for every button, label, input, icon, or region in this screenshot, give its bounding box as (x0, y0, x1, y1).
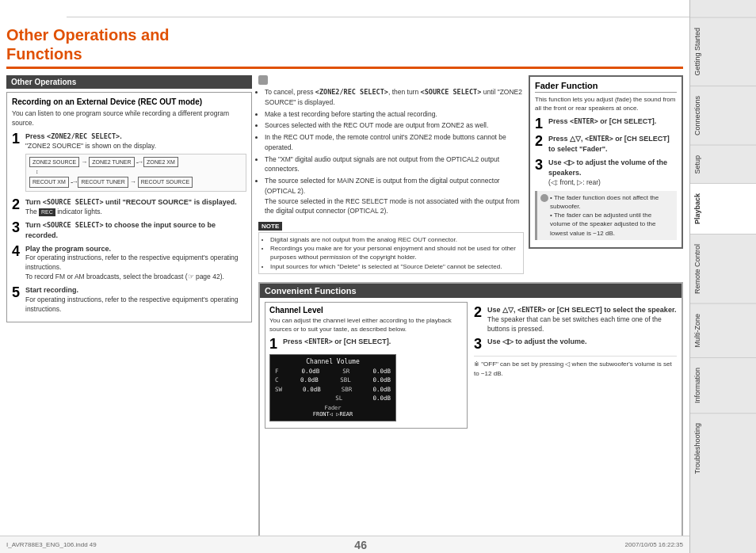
channel-step-2: 2 Use △▽, <ENTER> or [CH SELECT] to sele… (474, 305, 677, 334)
fader-step-2-title: Press △▽, <ENTER> or [CH SELECT] to sele… (548, 135, 670, 153)
fader-function-area: Fader Function This function lets you ad… (529, 75, 683, 277)
rec-out-mode-desc: You can listen to one program source whi… (12, 109, 246, 128)
fader-tip-2: • The fader can be adjusted until the vo… (550, 211, 674, 238)
step-4-title: Play the program source. (25, 245, 111, 253)
conv-content: Channel Level You can adjust the channel… (265, 302, 677, 432)
right-top-area: To cancel, press <ZONE2/REC SELECT>, the… (258, 75, 683, 277)
fader-step-3-body: (◁: front, ▷: rear) (548, 178, 601, 186)
step-5-body: For operating instructions, refer to the… (25, 296, 239, 313)
convenient-functions-section: Convenient Functions Channel Level You c… (258, 282, 683, 536)
other-operations-header: Other Operations (6, 75, 252, 89)
cv-row1-right-label: SR (342, 367, 349, 376)
bullets-area: To cancel, press <ZONE2/REC SELECT>, the… (258, 75, 524, 277)
cv-row2-right-label: SBL (340, 376, 351, 384)
right-sidebar: Getting Started Connections Setup Playba… (689, 0, 756, 553)
fader-step-1-title: Press <ENTER> or [CH SELECT]. (548, 117, 656, 125)
bottom-right-text: 2007/10/05 16:22:35 (625, 541, 683, 548)
channel-note: ※ "OFF" can be set by pressing ◁ when th… (474, 356, 677, 377)
cv-row2-right-value: 0.0dB (372, 376, 391, 384)
channel-step-2-title: Use △▽, <ENTER> or [CH SELECT] to select… (487, 306, 676, 314)
cv-row2-left-value: 0.0dB (300, 376, 319, 384)
step-2-body: The REC indicator lights. (25, 208, 102, 215)
channel-level-area: Channel Level You can adjust the channel… (265, 302, 468, 432)
sidebar-tab-information[interactable]: Information (690, 357, 756, 413)
note-content: Digital signals are not output from the … (258, 232, 524, 274)
note-label: NOTE (258, 222, 282, 231)
cv-row3-left-value: 0.0dB (303, 385, 321, 394)
bullet-3: Sources selected with the REC OUT mode a… (265, 120, 524, 131)
cv-row4-right-label: SL (335, 394, 342, 402)
cv-fader-value: FRONT◁ ▷REAR (275, 411, 391, 418)
step-5-title: Start recording. (25, 286, 78, 294)
step-4-body: For operating instructions, refer to the… (25, 254, 239, 280)
note-item-1: Digital signals are not output from the … (270, 235, 520, 244)
cv-row1-right-value: 0.0dB (372, 367, 391, 376)
channel-volume-display: Channel Volume F 0.0dB SR 0.0dB C 0.0dB (269, 354, 396, 421)
fader-function-desc: This function lets you adjust (fade) the… (535, 95, 677, 113)
step-1-body: "ZONE2 SOURCE" is shown on the display. (25, 142, 156, 150)
rec-out-mode-box: Recording on an External Device (REC OUT… (6, 92, 252, 322)
main-content: Other Operations and Functions Other Ope… (0, 17, 689, 536)
channel-level-desc: You can adjust the channel level either … (269, 316, 463, 334)
step-5: 5 Start recording. For operating instruc… (12, 285, 246, 315)
bottom-bar: I_AVR788E3_ENG_106.indd 49 46 2007/10/05… (0, 536, 689, 553)
tip-icon (540, 194, 548, 202)
sidebar-tab-setup[interactable]: Setup (690, 145, 756, 184)
channel-step-3: 3 Use ◁▷ to adjust the volume. (474, 337, 677, 351)
bullet-6: The source selected for MAIN ZONE is out… (265, 176, 524, 216)
cv-row3-right-label: SBR (342, 385, 353, 394)
sidebar-tab-connections[interactable]: Connections (690, 86, 756, 145)
sidebar-tab-multi-zone[interactable]: Multi-Zone (690, 303, 756, 357)
fader-tip-1: • The fader function does not affect the… (550, 193, 674, 211)
note-item-3: Input sources for which "Delete" is sele… (270, 262, 520, 271)
step-3: 3 Turn <SOURCE SELECT> to choose the inp… (12, 220, 246, 241)
cv-title: Channel Volume (275, 358, 391, 365)
step-1: 1 Press <ZONE2/REC SELECT>. "ZONE2 SOURC… (12, 132, 246, 194)
fader-function-box: Fader Function This function lets you ad… (529, 75, 683, 249)
fader-tip-box: • The fader function does not affect the… (535, 191, 677, 240)
convenient-functions-title: Convenient Functions (260, 284, 682, 298)
page-number: 46 (354, 539, 367, 551)
bullet-5: The "XM" digital audio output signals ar… (265, 154, 524, 175)
cv-row3-left-label: SW (275, 385, 282, 394)
step-3-title: Turn <SOURCE SELECT> to choose the input… (25, 221, 216, 239)
step-2: 2 Turn <SOURCE SELECT> until "RECOUT SOU… (12, 197, 246, 217)
sidebar-tab-troubleshooting[interactable]: Troubleshooting (690, 413, 756, 483)
fader-function-title: Fader Function (535, 81, 677, 93)
cv-row3-right-value: 0.0dB (372, 385, 391, 394)
channel-level-box: Channel Level You can adjust the channel… (265, 302, 468, 429)
cv-row2-left-label: C (275, 376, 279, 384)
channel-steps-right: 2 Use △▽, <ENTER> or [CH SELECT] to sele… (474, 302, 677, 432)
cv-row4-right-value: 0.0dB (372, 394, 391, 402)
step-1-title: Press <ZONE2/REC SELECT>. (25, 132, 122, 140)
bullet-1: To cancel, press <ZONE2/REC SELECT>, the… (265, 87, 524, 108)
fader-step-1: 1 Press <ENTER> or [CH SELECT]. (535, 116, 677, 131)
fader-step-2: 2 Press △▽, <ENTER> or [CH SELECT] to se… (535, 134, 677, 154)
step-4: 4 Play the program source. For operating… (12, 244, 246, 283)
channel-level-title: Channel Level (269, 306, 463, 315)
bullet-4: In the REC OUT mode, the remote control … (265, 132, 524, 153)
note-item-2: Recordings you make are for your persona… (270, 244, 520, 261)
left-column: Other Operations Recording on an Externa… (6, 75, 252, 536)
channel-step-2-body: The speaker that can be set switches eac… (487, 315, 662, 333)
sidebar-tab-getting-started[interactable]: Getting Started (690, 17, 756, 86)
page-title: Other Operations and Functions (6, 25, 683, 69)
sidebar-tab-remote-control[interactable]: Remote Control (690, 234, 756, 303)
tip-indicator-icon (258, 75, 268, 85)
right-column: To cancel, press <ZONE2/REC SELECT>, the… (258, 75, 683, 536)
cv-row1-left-value: 0.0dB (302, 367, 320, 376)
bullet-2: Make a test recording before starting th… (265, 109, 524, 120)
channel-step-1: 1 Press <ENTER> or [CH SELECT]. (269, 337, 463, 351)
signal-flow-diagram: ZONE2 SOURCE → ZONE2 TUNER - -→ ZONE2 XM… (25, 154, 246, 192)
fader-step-3-title: Use ◁▷ to adjust the volume of the speak… (548, 158, 667, 177)
bottom-left-text: I_AVR788E3_ENG_106.indd 49 (6, 541, 97, 548)
rec-out-mode-title: Recording on an External Device (REC OUT… (12, 97, 246, 107)
sidebar-tab-playback[interactable]: Playback (690, 183, 756, 234)
bullet-list: To cancel, press <ZONE2/REC SELECT>, the… (258, 87, 524, 216)
channel-step-3-title: Use ◁▷ to adjust the volume. (487, 338, 587, 345)
cv-row1-left-label: F (275, 367, 279, 376)
cv-fader-label: Fader (275, 405, 391, 411)
fader-step-3: 3 Use ◁▷ to adjust the volume of the spe… (535, 158, 677, 188)
channel-step-1-title: Press <ENTER> or [CH SELECT]. (283, 338, 391, 345)
step-2-title: Turn <SOURCE SELECT> until "RECOUT SOURC… (25, 198, 237, 206)
